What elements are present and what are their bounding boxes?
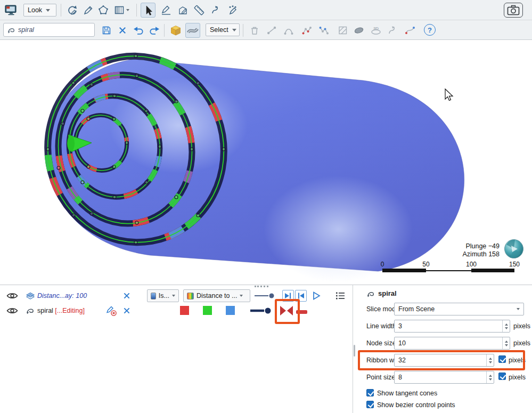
edit-toolbar: Select 3D <box>0 20 532 40</box>
disk-icon <box>354 25 364 36</box>
select-tool-button[interactable] <box>141 3 155 18</box>
scene-list-row-distance[interactable]: Distanc...ay: 100 Is... Distance to ... <box>0 288 353 303</box>
properties-panel: spiral Slice mode: From Scene Line width… <box>356 285 532 413</box>
stop-editing-pen-button[interactable] <box>105 305 117 317</box>
move-nodes-tool-button[interactable] <box>316 23 331 38</box>
hatched-square-icon <box>338 25 348 36</box>
arc-tool-button[interactable] <box>281 23 296 38</box>
scene-list-row-spiral[interactable]: spiral [...Editing] <box>0 303 353 318</box>
colour-swatch-red[interactable] <box>180 306 189 315</box>
rainbow-colormap-icon <box>187 293 194 299</box>
remove-from-scene-button[interactable] <box>121 290 132 301</box>
line-style-button[interactable] <box>249 305 273 316</box>
help-question-mark: ? <box>428 26 432 34</box>
draw-polygon-tool-button[interactable] <box>96 3 111 18</box>
pen-polyline-icon <box>161 5 171 15</box>
visibility-eye-button[interactable] <box>5 305 19 317</box>
toolbar-separator <box>164 24 165 37</box>
draw-line-tool-button[interactable] <box>81 3 96 18</box>
orientation-ball[interactable] <box>505 240 523 258</box>
chevron-down-icon <box>46 9 50 12</box>
scene-window-icon[interactable] <box>4 3 18 17</box>
viewport-3d[interactable]: Plunge −49 Azimuth 158 0 50 100 150 <box>0 40 532 285</box>
delete-node-button[interactable] <box>247 23 262 38</box>
colour-swatch-blue[interactable] <box>226 306 235 315</box>
table-view-button[interactable] <box>334 290 346 301</box>
draw-polygon2-tool-button[interactable] <box>176 3 191 18</box>
ribbon-band-icon <box>187 25 199 36</box>
curve-direction-tool-button[interactable] <box>386 23 400 38</box>
disk-tool-button[interactable] <box>351 23 366 38</box>
ruler-icon <box>193 4 205 16</box>
visibility-eye-button[interactable] <box>5 290 19 302</box>
redo-button[interactable] <box>147 23 162 38</box>
draw-polyline-tool-button[interactable] <box>159 3 174 18</box>
iso-value-dropdown[interactable]: Is... <box>147 289 179 302</box>
play-animation-button[interactable] <box>311 290 322 301</box>
3d-box-mode-button[interactable] <box>168 23 183 38</box>
curve-arrow-icon <box>388 25 398 36</box>
point-pixels-checkbox[interactable] <box>498 372 506 380</box>
polyline-nodes-blue-icon <box>318 25 329 36</box>
chevron-down-icon <box>126 9 129 11</box>
spinner-buttons[interactable] <box>486 354 494 366</box>
curve-tool-button[interactable] <box>209 3 224 18</box>
point-size-label: Point size: <box>366 374 397 381</box>
toolbar-separator <box>61 4 61 17</box>
colour-swatch-green[interactable] <box>203 306 212 315</box>
spinner-buttons[interactable] <box>502 337 510 349</box>
object-name-input-wrap[interactable] <box>3 23 95 37</box>
orbit-draw-tool-button[interactable] <box>65 3 80 18</box>
svg-text:3D: 3D <box>373 26 379 31</box>
save-button[interactable] <box>99 23 114 38</box>
node-size-label: Node size: <box>366 339 398 347</box>
select-mode-dropdown[interactable]: Select <box>206 23 240 36</box>
ribbon-pixels-checkbox[interactable] <box>498 355 506 363</box>
point-size-unit: pixels <box>509 374 526 381</box>
colour-option-dropdown[interactable]: Distance to ... <box>183 289 250 302</box>
show-bezier-points-checkbox[interactable] <box>366 401 374 408</box>
pen-icon <box>83 5 94 15</box>
scale-tick-50: 50 <box>418 261 434 268</box>
line-style-button[interactable] <box>253 290 276 301</box>
bar-play-icon <box>296 291 306 301</box>
splitter-grip[interactable] <box>354 345 355 357</box>
slice-mode-tool-button[interactable] <box>111 3 132 18</box>
close-x-icon <box>122 291 131 300</box>
flip-back-button[interactable] <box>295 290 307 302</box>
ribbon-width-spinner[interactable]: 32 <box>394 354 494 367</box>
ribbon-bowtie-icon <box>279 305 294 317</box>
main-toolbar: Look <box>0 0 532 20</box>
ruler-tool-button[interactable] <box>192 3 207 18</box>
curve-points-tool-button[interactable] <box>403 23 418 38</box>
polyline-nodes-icon <box>301 25 312 36</box>
object-name-input[interactable] <box>18 26 87 34</box>
spinner-buttons[interactable] <box>486 371 494 383</box>
ribbon-toggle-button[interactable] <box>279 305 294 317</box>
undo-button[interactable] <box>131 23 146 38</box>
camera-icon <box>507 5 520 15</box>
disk-3d-tool-button[interactable]: 3D <box>369 23 383 38</box>
close-x-icon <box>122 306 131 315</box>
curve-arrow-icon <box>211 5 222 15</box>
panel-drag-handle[interactable] <box>255 286 268 288</box>
point-size-spinner[interactable]: 8 <box>394 371 494 384</box>
draw-points-tool-button[interactable] <box>226 3 241 18</box>
thick-line-dot-icon <box>249 305 273 316</box>
node-size-spinner[interactable]: 10 <box>394 337 510 350</box>
add-nodes-tool-button[interactable] <box>299 23 314 38</box>
hatch-region-tool-button[interactable] <box>335 23 350 38</box>
segment-tool-button[interactable] <box>264 23 279 38</box>
play-outline-icon <box>311 290 322 301</box>
look-dropdown[interactable]: Look <box>23 4 56 17</box>
screenshot-camera-button[interactable] <box>504 3 523 18</box>
line-width-spinner[interactable]: 3 <box>394 320 510 333</box>
show-tangent-cones-checkbox[interactable] <box>366 389 374 396</box>
spinner-buttons[interactable] <box>502 320 510 332</box>
flip-forward-button[interactable] <box>282 290 294 302</box>
ribbon-mode-toggle-button[interactable] <box>185 23 200 38</box>
slice-mode-dropdown[interactable]: From Scene <box>394 303 524 315</box>
remove-from-scene-button[interactable] <box>121 305 132 316</box>
discard-button[interactable] <box>115 23 130 38</box>
help-button[interactable]: ? <box>424 24 436 36</box>
